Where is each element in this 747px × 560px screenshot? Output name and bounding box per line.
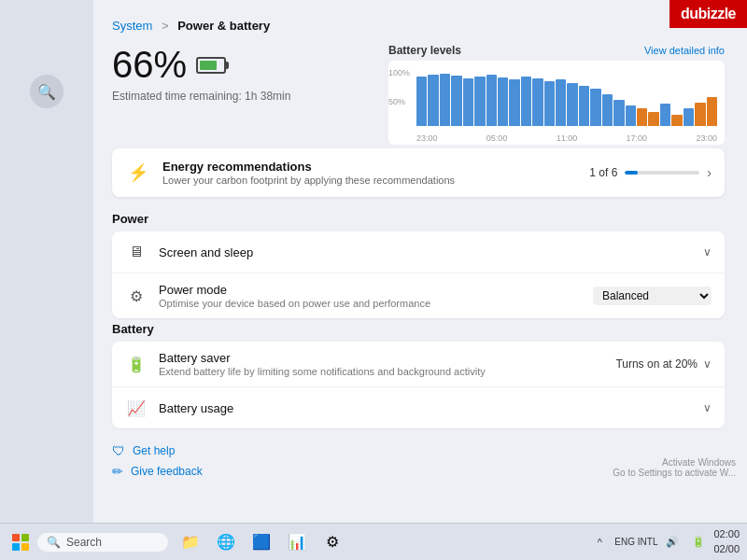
taskbar-search-icon: 🔍: [47, 536, 61, 549]
battery-chart: 100% 50% 23:0005:0011:0017:0023:00: [388, 61, 725, 145]
chart-bar: [428, 75, 438, 126]
chart-bar: [463, 78, 473, 126]
get-help-icon: 🛡: [112, 443, 125, 458]
chart-bar: [567, 83, 577, 127]
power-mode-select[interactable]: Balanced Power saver Best performance: [593, 287, 712, 305]
chart-x-label: 23:00: [696, 133, 717, 143]
taskbar-app-icons: 📁 🌐 🟦 📊 ⚙: [176, 527, 347, 557]
screen-sleep-title: Screen and sleep: [159, 245, 703, 259]
battery-percent-display: 66%: [112, 44, 290, 86]
power-mode-title: Power mode: [159, 283, 593, 297]
chart-x-label: 17:00: [627, 133, 648, 143]
battery-section-header: Battery: [112, 322, 725, 336]
get-help-link[interactable]: 🛡 Get help: [112, 443, 725, 458]
power-settings-card: 🖥 Screen and sleep ∨ ⚙ Power mode Optimi…: [112, 231, 725, 318]
battery-percent-text: 66%: [112, 44, 187, 86]
battery-usage-row[interactable]: 📈 Battery usage ∨: [112, 387, 725, 428]
chart-y-100: 100%: [388, 68, 416, 77]
sidebar: 🔍: [0, 0, 93, 523]
screen-sleep-right: ∨: [703, 245, 712, 259]
chart-bar: [498, 77, 508, 126]
battery-usage-icon: 📈: [125, 397, 148, 419]
breadcrumb: System > Power & battery: [112, 19, 725, 33]
energy-recommendations-card[interactable]: ⚡ Energy recommendations Lower your carb…: [112, 148, 725, 197]
power-mode-right[interactable]: Balanced Power saver Best performance: [593, 287, 712, 305]
language-indicator[interactable]: ENG INTL: [614, 537, 657, 548]
battery-usage-chevron: ∨: [703, 401, 712, 414]
dubizzle-logo: dubizzle: [669, 0, 747, 28]
chevron-right-icon: ›: [707, 165, 712, 180]
battery-usage-title: Battery usage: [159, 401, 703, 415]
battery-saver-row[interactable]: 🔋 Battery saver Extend battery life by l…: [112, 342, 725, 387]
screen-sleep-row[interactable]: 🖥 Screen and sleep ∨: [112, 231, 725, 273]
recommendations-counter: 1 of 6: [589, 166, 617, 179]
battery-chart-area: Battery levels View detailed info 100% 5…: [388, 44, 725, 145]
chart-x-label: 11:00: [557, 133, 578, 143]
taskbar-settings[interactable]: ⚙: [317, 527, 347, 557]
chart-bar: [707, 97, 717, 126]
chart-bar: [474, 77, 485, 126]
chart-bar: [590, 89, 600, 126]
battery-saver-value: Turns on at 20%: [615, 357, 698, 371]
taskbar-search[interactable]: 🔍 Search: [37, 533, 168, 552]
chart-bar: [626, 105, 636, 126]
chart-bar: [602, 94, 613, 126]
sidebar-search-button[interactable]: 🔍: [30, 75, 63, 108]
screen-sleep-content: Screen and sleep: [159, 245, 703, 259]
get-help-label: Get help: [133, 444, 175, 457]
chart-bar: [579, 86, 589, 126]
edge-icon: 🌐: [217, 533, 235, 551]
volume-icon[interactable]: 🔊: [661, 531, 684, 553]
recommendations-right: 1 of 6 ›: [589, 165, 712, 180]
chart-bar: [544, 81, 555, 126]
chart-y-labels: 100% 50%: [388, 68, 416, 126]
battery-saver-content: Battery saver Extend battery life by lim…: [159, 351, 615, 377]
battery-fill: [200, 61, 217, 70]
taskbar-edge[interactable]: 🌐: [211, 527, 241, 557]
activate-line2: Go to Settings to activate W...: [613, 468, 736, 478]
battery-info: 66% Estimated time remaining: 1h 38min: [112, 44, 290, 103]
taskbar-app3[interactable]: 🟦: [247, 527, 276, 557]
recommendations-title: Energy recommendations: [162, 160, 589, 174]
battery-saver-title: Battery saver: [159, 351, 615, 365]
breadcrumb-separator: >: [162, 19, 169, 33]
battery-saver-description: Extend battery life by limiting some not…: [159, 366, 615, 377]
breadcrumb-parent[interactable]: System: [112, 19, 152, 33]
battery-icon: [196, 57, 226, 74]
chart-view-detail-link[interactable]: View detailed info: [644, 45, 725, 56]
power-mode-row[interactable]: ⚙ Power mode Optimise your device based …: [112, 273, 725, 318]
chart-x-labels: 23:0005:0011:0017:0023:00: [416, 133, 717, 143]
chart-bar: [532, 78, 543, 126]
recommendations-text: Energy recommendations Lower your carbon…: [162, 160, 589, 186]
chart-bar: [556, 79, 566, 126]
taskbar-clock[interactable]: 02:00 02/00: [713, 527, 740, 556]
chart-x-label: 23:00: [416, 133, 438, 143]
settings-icon: ⚙: [326, 533, 339, 551]
start-button[interactable]: [7, 529, 34, 555]
chart-bar: [613, 100, 624, 126]
chart-x-label: 05:00: [486, 133, 508, 143]
chart-bar: [521, 77, 531, 126]
app4-icon: 📊: [288, 533, 306, 551]
clock-time: 02:00: [713, 527, 740, 541]
power-mode-content: Power mode Optimise your device based on…: [159, 283, 593, 309]
chart-bar: [451, 76, 461, 126]
power-mode-icon: ⚙: [125, 285, 148, 307]
clock-date: 02/00: [713, 542, 740, 556]
battery-usage-right: ∨: [703, 401, 712, 414]
chart-bar: [416, 77, 427, 126]
battery-saver-chevron: ∨: [703, 357, 712, 371]
activate-watermark: Activate Windows Go to Settings to activ…: [613, 457, 736, 478]
taskbar-file-explorer[interactable]: 📁: [176, 527, 205, 557]
screen-sleep-chevron: ∨: [703, 245, 712, 259]
recommendations-description: Lower your carbon footprint by applying …: [162, 175, 589, 186]
tray-chevron[interactable]: ^: [588, 531, 611, 553]
battery-header: 66% Estimated time remaining: 1h 38min B…: [112, 44, 725, 145]
battery-saver-right[interactable]: Turns on at 20% ∨: [615, 357, 712, 371]
chart-bar: [660, 104, 670, 126]
chart-bar: [440, 74, 450, 126]
battery-tray-icon[interactable]: 🔋: [687, 531, 710, 553]
breadcrumb-current: Power & battery: [177, 19, 270, 33]
taskbar-app4[interactable]: 📊: [282, 527, 312, 557]
app3-icon: 🟦: [252, 533, 271, 551]
